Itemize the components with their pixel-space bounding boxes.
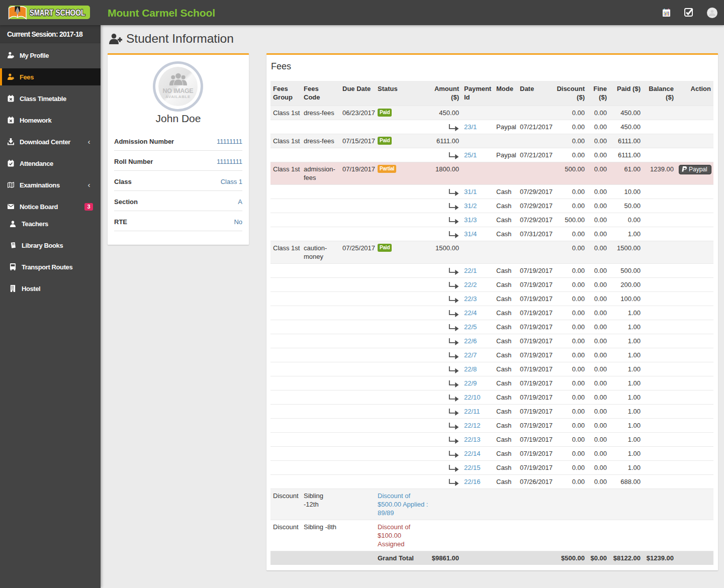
svg-text:SCHOOL: SCHOOL	[56, 9, 85, 17]
svg-text:SMART: SMART	[30, 9, 53, 17]
